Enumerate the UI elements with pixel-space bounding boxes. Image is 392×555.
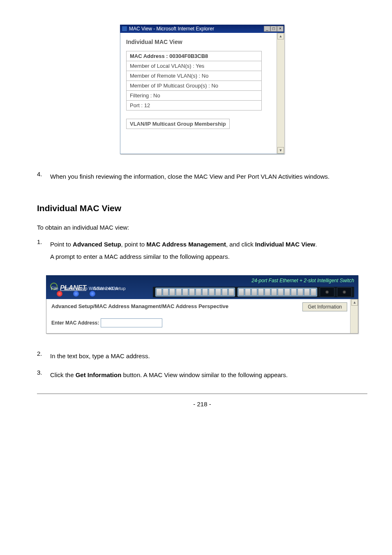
mac-view-window: MAC View - Microsoft Internet Explorer _… — [120, 25, 284, 154]
port-icon — [202, 288, 208, 296]
status-led-icon — [73, 291, 79, 297]
filtering-row: Filtering : No — [127, 91, 262, 101]
port-icon — [163, 288, 168, 296]
port-icon — [222, 288, 228, 296]
section-heading: Individual MAC View — [126, 39, 278, 45]
list-number: 3. — [37, 369, 43, 381]
local-vlan-row: Member of Local VLAN(s) : Yes — [127, 61, 262, 71]
port-icon — [238, 288, 244, 296]
port-icon — [278, 288, 284, 296]
port-icon — [311, 288, 316, 296]
ip-multicast-row: Member of IP Multicast Group(s) : No — [127, 81, 262, 91]
port-icon — [304, 288, 310, 296]
window-body: ▲ ▼ Individual MAC View MAC Address : 00… — [120, 33, 284, 154]
text-fragment: A prompt to enter a MAC address similar … — [50, 253, 230, 260]
port-icon — [182, 288, 188, 296]
text-fragment: , point to — [121, 241, 147, 248]
status-led-icon — [90, 291, 95, 297]
text-fragment: . — [315, 241, 317, 248]
port-icon — [251, 288, 257, 296]
page-number: - 218 - — [37, 398, 367, 420]
switch-header: PLANET WGSW-2402A 24-port Fast Ethernet … — [46, 275, 358, 299]
port-icon — [176, 288, 182, 296]
status-led-icon — [57, 291, 62, 297]
port-icon — [196, 288, 201, 296]
port-icon — [189, 288, 195, 296]
port-panel — [153, 287, 354, 297]
section-heading-2: VLAN/IP Multicast Group Membership — [126, 119, 230, 129]
get-information-button[interactable]: Get Information — [302, 302, 347, 311]
page-heading: Individual MAC View — [37, 203, 367, 213]
port-icon — [284, 288, 290, 296]
port-icon — [215, 288, 221, 296]
button-ref: Get Information — [76, 371, 122, 378]
module-port-icon — [343, 290, 346, 294]
port-icon — [258, 288, 264, 296]
intro-text: To obtain an individual MAC view: — [37, 224, 367, 231]
mac-address-label: Enter MAC Address: — [51, 320, 99, 326]
close-button[interactable]: × — [277, 26, 284, 32]
menu-ref: MAC Address Management — [146, 241, 226, 248]
menu-advanced-setup[interactable]: Advanced setup — [93, 286, 126, 291]
port-icon — [228, 288, 234, 296]
menu-file[interactable]: File — [51, 286, 58, 291]
maximize-button[interactable]: □ — [270, 26, 277, 32]
list-number: 1. — [37, 238, 43, 263]
port-row: Port : 12 — [127, 101, 262, 111]
menu-basic-setup[interactable]: Basic setup — [64, 286, 88, 291]
minimize-button[interactable]: _ — [264, 26, 270, 32]
module-slot — [320, 287, 334, 297]
text-fragment: , and click — [226, 241, 255, 248]
port-icon — [156, 288, 162, 296]
list-number: 2. — [37, 350, 43, 362]
port-group — [238, 288, 317, 297]
text-fragment: Click the — [50, 371, 76, 378]
module-port-icon — [325, 290, 329, 294]
step-body: Click the Get Information button. A MAC … — [50, 369, 367, 381]
ie-app-icon — [122, 26, 127, 32]
port-icon — [265, 288, 270, 296]
list-number: 4. — [37, 170, 43, 183]
port-icon — [291, 288, 297, 296]
scroll-up-icon[interactable]: ▲ — [351, 299, 358, 306]
port-icon — [245, 288, 251, 296]
text-fragment: Point to — [50, 241, 73, 248]
mac-address-row: MAC Address : 00304F0B3CB8 — [127, 51, 262, 61]
switch-body: ▲ Advanced Setup/MAC Address Managment/M… — [46, 299, 358, 334]
scrollbar[interactable]: ▲ — [350, 299, 358, 333]
port-icon — [209, 288, 214, 296]
port-icon — [169, 288, 175, 296]
window-titlebar: MAC View - Microsoft Internet Explorer _… — [120, 25, 284, 33]
port-icon — [271, 288, 277, 296]
port-icon — [297, 288, 303, 296]
port-group — [155, 288, 235, 297]
scroll-up-icon[interactable]: ▲ — [277, 33, 284, 39]
remote-vlan-row: Member of Remote VLAN(s) : No — [127, 71, 262, 81]
window-title: MAC View - Microsoft Internet Explorer — [129, 26, 214, 32]
mac-address-input[interactable] — [101, 318, 162, 327]
menu-ref: Individual MAC View — [255, 241, 315, 248]
menu-ref: Advanced Setup — [73, 241, 121, 248]
scroll-down-icon[interactable]: ▼ — [277, 147, 284, 154]
text-fragment: button. A MAC View window similar to the… — [121, 371, 288, 378]
mac-info-table: MAC Address : 00304F0B3CB8 Member of Loc… — [126, 51, 262, 111]
product-tagline: 24-port Fast Ethernet + 2-slot Intellige… — [251, 278, 354, 283]
step-body: Point to Advanced Setup, point to MAC Ad… — [50, 238, 367, 263]
paragraph: When you finish reviewing the informatio… — [50, 170, 367, 183]
footer-divider — [37, 394, 367, 394]
switch-mgmt-window: PLANET WGSW-2402A 24-port Fast Ethernet … — [46, 275, 358, 334]
module-slot — [337, 287, 352, 297]
step-body: In the text box, type a MAC address. — [50, 350, 367, 362]
